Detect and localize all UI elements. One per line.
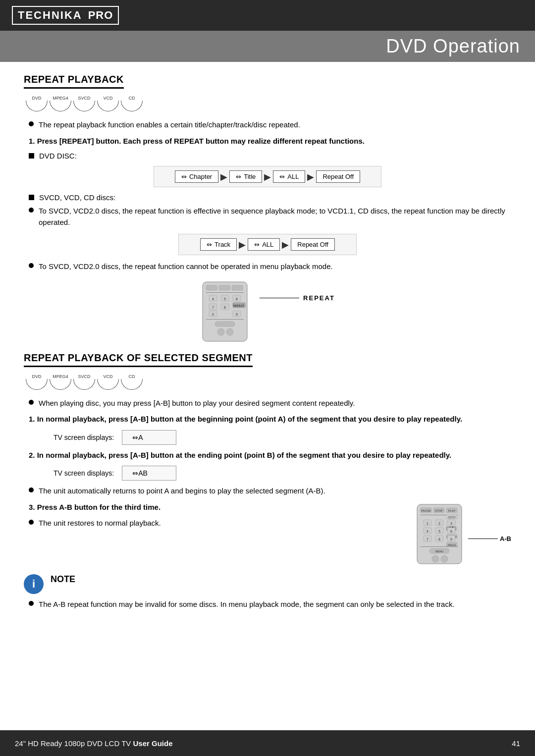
ab-line (468, 539, 498, 539)
ab-label-row: A-B (468, 535, 511, 542)
arrow-4: ▶ (239, 239, 246, 250)
footer-page: 41 (512, 739, 520, 748)
svg-rect-25 (417, 504, 462, 564)
repeat-icon-4: ⇔ (207, 241, 212, 248)
remote-area-1: 4 5 6 REPEAT 7 8 9 0 (24, 279, 511, 345)
square-dot (29, 153, 34, 159)
sec2-bold-1: 1. In normal playback, press [A-B] butto… (29, 414, 511, 425)
note-bullet: The A-B repeat function may be invalid f… (29, 599, 511, 610)
note-box: i NOTE (24, 574, 511, 594)
note-text: The A-B repeat function may be invalid f… (39, 599, 511, 610)
sec2-bold-text-1: 1. In normal playback, press [A-B] butto… (29, 415, 462, 423)
svg-text:PAUSE: PAUSE (421, 509, 431, 512)
arrow-5: ▶ (282, 239, 289, 250)
svg-text:9: 9 (236, 313, 238, 316)
bullet-item-3: To SVCD, VCD2.0 discs, the repeat functi… (29, 261, 511, 272)
svg-rect-21 (206, 319, 244, 320)
svg-text:7: 7 (427, 538, 428, 541)
tv-label-1: TV screen displays: (54, 433, 114, 441)
svg-rect-63 (441, 555, 448, 562)
repeat-icon-1: ⇔ (181, 173, 187, 180)
section-repeat-playback: REPEAT PLAYBACK DVD MPEG4 SVCD VCD CD (24, 74, 511, 345)
svg-rect-3 (232, 285, 243, 290)
disc-vcd: VCD (97, 96, 119, 111)
svg-text:8: 8 (438, 538, 440, 541)
footer-bar: 24" HD Ready 1080p DVD LCD TV User Guide… (0, 730, 535, 756)
bullet-dot-5 (29, 487, 34, 492)
section-repeat-selected: REPEAT PLAYBACK OF SELECTED SEGMENT DVD … (24, 352, 511, 610)
square-bullet-dvd: DVD DISC: (29, 152, 511, 160)
bold-para-1: 1. Press [REPEAT] button. Each press of … (29, 136, 511, 147)
disc2-svcd: SVCD (73, 374, 95, 390)
bullet-text-1: The repeat playback function enables a c… (39, 119, 511, 131)
title-area: DVD Operation (0, 31, 535, 62)
sec2-bold3-text-area: 3. Press A-B button for the third time. … (24, 502, 405, 534)
svg-text:6: 6 (236, 297, 238, 301)
arrow-1: ▶ (220, 171, 227, 182)
header-bar: TECHNIKА PRO (0, 0, 535, 31)
disc-mpeg4: MPEG4 (50, 96, 71, 111)
svg-text:5: 5 (438, 530, 440, 533)
remote-ab-area: PAUSE STOP PLAY GOTO 1 2 3 (415, 502, 511, 566)
tv-label-2: TV screen displays: (54, 469, 114, 477)
svg-text:5: 5 (224, 297, 226, 301)
svg-rect-24 (226, 328, 233, 335)
svg-rect-1 (206, 285, 217, 290)
svg-text:2: 2 (438, 522, 440, 525)
repeat-icon-2: ⇔ (236, 173, 241, 180)
bullet-item-2: To SVCD, VCD2.0 discs, the repeat functi… (29, 206, 511, 228)
svg-text:6: 6 (450, 530, 452, 533)
flow-box-title: ⇔ Title (229, 170, 262, 183)
section1-heading: REPEAT PLAYBACK (24, 74, 124, 89)
disc2-cd: CD (121, 374, 143, 390)
repeat-label: REPEAT (303, 294, 335, 302)
bullet-item-1: The repeat playback function enables a c… (29, 119, 511, 131)
remote-control-2: PAUSE STOP PLAY GOTO 1 2 3 (415, 502, 464, 566)
svg-rect-62 (432, 555, 439, 562)
svg-rect-22 (215, 322, 235, 326)
sec2-bullet-3: The unit restores to normal playback. (29, 518, 405, 529)
repeat-icon-3: ⇔ (279, 173, 285, 180)
flow-box-repeatoff: Repeat Off (316, 170, 360, 183)
logo-box: TECHNIKА PRO (12, 6, 119, 25)
sec2-bold-text-2: 2. In normal playback, press [A-B] butto… (29, 451, 451, 459)
svg-text:9: 9 (450, 538, 452, 541)
tv-screen-row-1: TV screen displays: ⇔A (54, 430, 511, 445)
svg-text:REPEAT: REPEAT (233, 304, 244, 307)
dvd-disc-label: DVD DISC: (39, 152, 77, 160)
svg-text:3: 3 (450, 522, 452, 525)
note-icon: i (24, 574, 44, 594)
bullet-text-3: To SVCD, VCD2.0 discs, the repeat functi… (39, 261, 511, 272)
remote-control-1: 4 5 6 REPEAT 7 8 9 0 (200, 279, 250, 345)
svg-text:8: 8 (224, 306, 226, 309)
flow-box-all-2: ⇔ ALL (248, 238, 280, 251)
disc2-dvd: DVD (26, 374, 48, 390)
disc-svcd: SVCD (73, 96, 95, 111)
ab-label: A-B (500, 535, 511, 542)
sec2-bullet-2: The unit automatically returns to point … (29, 486, 511, 497)
disc-dvd: DVD (26, 96, 48, 111)
repeat-icon-5: ⇔ (254, 241, 260, 248)
bullet-dot-7 (29, 601, 34, 606)
disc-icons-row-1: DVD MPEG4 SVCD VCD CD (26, 96, 511, 111)
note-title: NOTE (51, 574, 75, 585)
tv-screen-value-1: ⇔A (132, 433, 143, 441)
page-title: DVD Operation (386, 36, 520, 56)
tv-screen-box-2: ⇔AB (122, 466, 176, 481)
svg-text:PLAY: PLAY (448, 509, 455, 512)
sec2-bold3-area: 3. Press A-B button for the third time. … (24, 502, 511, 566)
sec2-bullet-text-3: The unit restores to normal playback. (39, 518, 405, 529)
svg-text:GOTO: GOTO (448, 516, 456, 519)
svg-text:MENU: MENU (435, 550, 443, 553)
bullet-text-2: To SVCD, VCD2.0 discs, the repeat functi… (39, 206, 511, 228)
flow-diagram-1: ⇔ Chapter ▶ ⇔ Title ▶ ⇔ ALL ▶ Repeat Off (154, 166, 381, 187)
arrow-2: ▶ (264, 171, 271, 182)
disc2-vcd: VCD (97, 374, 119, 390)
disc-cd: CD (121, 96, 143, 111)
bullet-dot (29, 121, 34, 126)
svcd-label: SVCD, VCD, CD discs: (39, 193, 115, 202)
logo-technika: TECHNIKА (18, 9, 82, 22)
svg-text:4: 4 (212, 297, 214, 301)
note-content: NOTE (51, 574, 75, 587)
svg-rect-59 (421, 546, 458, 547)
